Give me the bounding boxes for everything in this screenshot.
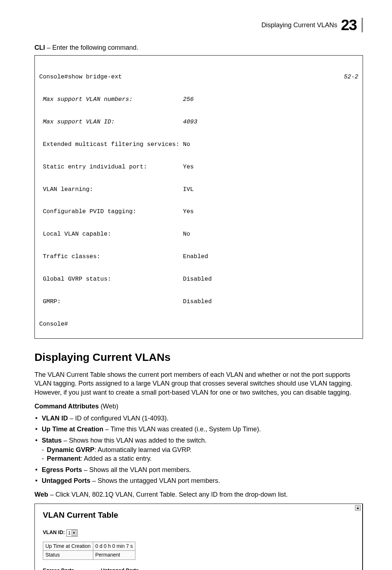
uptime-value: 0 d 0 h 0 min 7 s — [93, 542, 135, 551]
cli-intro-rest: – Enter the following command. — [45, 44, 138, 51]
scroll-up-icon[interactable]: ▲ — [355, 505, 361, 511]
web-instructions: Web – Click VLAN, 802.1Q VLAN, Current T… — [34, 490, 363, 499]
intro-paragraph: The VLAN Current Table shows the current… — [34, 370, 363, 397]
egress-ports-column: Egress Ports Unit1 Port1 Unit1 Port2 Uni… — [43, 567, 86, 570]
web-screenshot: ▲ ▼ VLAN Current Table VLAN ID: 1▼ Up Ti… — [34, 504, 363, 570]
vlan-id-label: VLAN ID: — [43, 529, 65, 535]
console-line: Configurable PVID tagging: Yes — [39, 208, 358, 216]
chevron-down-icon[interactable]: ▼ — [72, 530, 77, 536]
console-line: Extended multicast filtering services: N… — [39, 141, 358, 148]
attr-vlan-id: VLAN ID – ID of configured VLAN (1-4093)… — [34, 414, 363, 423]
console-output: Console#show bridge-ext 52-2 Max support… — [34, 55, 363, 339]
outer-scrollbar[interactable]: ▲ ▼ — [355, 505, 361, 570]
attr-untagged-ports: Untagged Ports – Shows the untagged VLAN… — [34, 476, 363, 485]
status-value: Permanent — [93, 551, 135, 560]
console-line: Global GVRP status: Disabled — [39, 276, 358, 283]
attr-status-dynamic: Dynamic GVRP: Automatically learned via … — [42, 445, 363, 454]
console-line: Max support VLAN ID: 4093 — [39, 118, 197, 125]
console-line: VLAN learning: IVL — [39, 186, 358, 194]
console-line: Local VLAN capable: No — [39, 231, 358, 238]
page-header: Displaying Current VLANs 23 — [34, 15, 363, 36]
vlan-info-table: Up Time at Creation 0 d 0 h 0 min 7 s St… — [43, 542, 135, 560]
cli-intro: CLI – Enter the following command. — [34, 43, 363, 52]
egress-ports-heading: Egress Ports — [43, 567, 86, 570]
status-label: Status — [43, 551, 93, 560]
untagged-ports-heading: Untagged Ports — [101, 567, 144, 570]
chapter-number: 23 — [341, 15, 356, 36]
console-line: Console# — [39, 321, 358, 328]
attributes-list: VLAN ID – ID of configured VLAN (1-4093)… — [34, 414, 363, 485]
attr-status: Status – Shows how this VLAN was added t… — [34, 436, 363, 463]
header-divider — [362, 18, 363, 32]
cli-intro-bold: CLI — [34, 44, 45, 51]
section-heading: Displaying Current VLANs — [34, 350, 363, 365]
uptime-label: Up Time at Creation — [43, 542, 93, 551]
console-line: Traffic classes: Enabled — [39, 253, 358, 261]
attr-uptime: Up Time at Creation – Time this VLAN was… — [34, 425, 363, 433]
console-ref: 52-2 — [344, 73, 358, 81]
command-attributes-heading: Command Attributes (Web) — [34, 402, 363, 411]
vlan-id-row: VLAN ID: 1▼ — [43, 529, 352, 536]
console-line: Console#show bridge-ext — [39, 73, 344, 81]
attr-egress-ports: Egress Ports – Shows all the VLAN port m… — [34, 465, 363, 474]
panel-title: VLAN Current Table — [43, 510, 352, 521]
console-line: Max support VLAN numbers: 256 — [39, 96, 194, 103]
console-line: Static entry individual port: Yes — [39, 163, 358, 171]
table-row: Status Permanent — [43, 551, 135, 560]
attr-status-permanent: Permanent: Added as a static entry. — [42, 454, 363, 463]
table-row: Up Time at Creation 0 d 0 h 0 min 7 s — [43, 542, 135, 551]
header-breadcrumb: Displaying Current VLANs — [261, 21, 337, 30]
console-line: GMRP: Disabled — [39, 298, 358, 306]
untagged-ports-column: Untagged Ports Unit1 Port1 Unit1 Port2 U… — [101, 567, 144, 570]
vlan-id-select[interactable]: 1▼ — [66, 529, 78, 537]
status-sublist: Dynamic GVRP: Automatically learned via … — [42, 445, 363, 463]
